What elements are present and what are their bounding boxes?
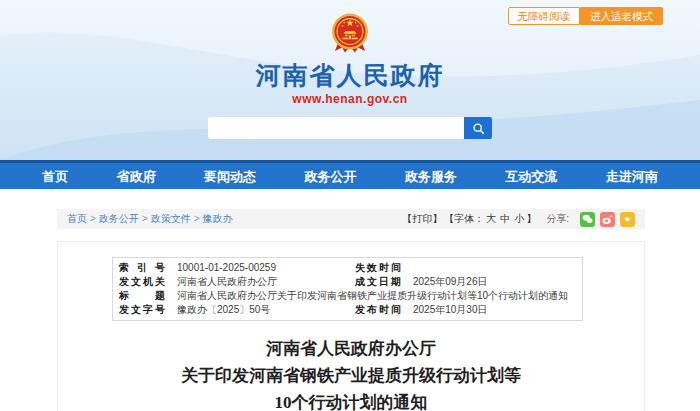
document-title: 河南省人民政府办公厅 关于印发河南省钢铁产业提质升级行动计划等 10个行动计划的…: [58, 335, 644, 411]
font-size-prefix: 【字体：: [444, 213, 484, 224]
nav-item-home[interactable]: 首页: [42, 162, 68, 191]
breadcrumb-government-affairs[interactable]: 政务公开: [99, 213, 139, 224]
breadcrumb-policy-documents[interactable]: 政策文件: [151, 213, 191, 224]
font-size-control: 【字体：大中小】: [444, 212, 536, 226]
document-container: 索引号 10001-01-2025-00259 失效时间 发文机关 河南省人民政…: [57, 241, 645, 411]
search-icon: [472, 122, 485, 135]
meta-value-document-number: 豫政办〔2025〕50号: [177, 303, 270, 317]
font-size-medium-button[interactable]: 中: [500, 213, 510, 224]
font-size-suffix: 】: [526, 213, 536, 224]
meta-value-publish-date: 2025年10月30日: [413, 303, 488, 317]
meta-label-index-number: 索引号: [119, 261, 165, 275]
document-title-line-2: 关于印发河南省钢铁产业提质升级行动计划等: [58, 362, 644, 389]
weibo-share-icon[interactable]: [600, 212, 615, 227]
breadcrumb-toolbar-strip: 首页>政务公开>政策文件>豫政办 【打印】 【字体：大中小】 分享: ★: [57, 209, 645, 229]
meta-row-index: 索引号 10001-01-2025-00259 失效时间: [113, 261, 582, 275]
nav-item-about-henan[interactable]: 走进河南: [606, 162, 658, 191]
nav-item-provincial-government[interactable]: 省政府: [117, 162, 156, 191]
accessibility-reading-button[interactable]: 无障碍阅读: [508, 7, 581, 25]
share-label: 分享:: [546, 212, 569, 226]
favorite-star-icon[interactable]: ★: [620, 212, 635, 227]
meta-label-expiry-date: 失效时间: [355, 261, 401, 275]
search-input[interactable]: [208, 117, 464, 139]
breadcrumb-separator: >: [90, 213, 96, 224]
document-title-line-3: 10个行动计划的通知: [58, 389, 644, 411]
national-emblem-logo: [327, 10, 373, 56]
site-header: 无障碍阅读 进入适老模式 河南省人民政府 www.henan.gov.cn: [0, 0, 700, 160]
meta-label-written-date: 成文日期: [355, 275, 401, 289]
page-tools: 【打印】 【字体：大中小】 分享: ★: [402, 212, 635, 227]
document-meta-table: 索引号 10001-01-2025-00259 失效时间 发文机关 河南省人民政…: [112, 257, 583, 321]
breadcrumb-separator: >: [142, 213, 148, 224]
document-title-line-1: 河南省人民政府办公厅: [58, 335, 644, 362]
elder-mode-button[interactable]: 进入适老模式: [580, 7, 663, 25]
site-title: 河南省人民政府: [0, 61, 700, 89]
breadcrumb-home[interactable]: 首页: [67, 213, 87, 224]
search-button[interactable]: [464, 117, 492, 139]
breadcrumb-yuzhengban[interactable]: 豫政办: [203, 213, 233, 224]
print-button[interactable]: 【打印】: [402, 212, 442, 226]
nav-item-news[interactable]: 要闻动态: [204, 162, 256, 191]
nav-item-interaction[interactable]: 互动交流: [505, 162, 557, 191]
meta-row-title: 标题 河南省人民政府办公厅关于印发河南省钢铁产业提质升级行动计划等10个行动计划…: [113, 289, 582, 303]
meta-label-document-number: 发文字号: [119, 303, 165, 317]
meta-label-title: 标题: [119, 289, 165, 303]
font-size-small-button[interactable]: 小: [514, 213, 524, 224]
meta-row-issuing-agency: 发文机关 河南省人民政府办公厅 成文日期 2025年09月26日: [113, 275, 582, 289]
nav-item-services[interactable]: 政务服务: [405, 162, 457, 191]
meta-value-title: 河南省人民政府办公厅关于印发河南省钢铁产业提质升级行动计划等10个行动计划的通知: [177, 289, 568, 303]
meta-value-index-number: 10001-01-2025-00259: [177, 261, 276, 275]
breadcrumb-separator: >: [194, 213, 200, 224]
font-size-large-button[interactable]: 大: [486, 213, 496, 224]
meta-value-issuing-agency: 河南省人民政府办公厅: [177, 275, 277, 289]
main-content: 首页>政务公开>政策文件>豫政办 【打印】 【字体：大中小】 分享: ★: [0, 209, 700, 411]
search-bar: [208, 117, 492, 139]
breadcrumb: 首页>政务公开>政策文件>豫政办: [67, 212, 233, 226]
meta-value-written-date: 2025年09月26日: [413, 275, 488, 289]
nav-item-government-affairs[interactable]: 政务公开: [304, 162, 356, 191]
accessibility-toolbar: 无障碍阅读 进入适老模式: [508, 7, 664, 25]
wechat-share-icon[interactable]: [580, 212, 595, 227]
site-url: www.henan.gov.cn: [0, 92, 700, 106]
main-navigation: 首页 省政府 要闻动态 政务公开 政务服务 互动交流 走进河南: [0, 160, 700, 189]
meta-label-issuing-agency: 发文机关: [119, 275, 165, 289]
meta-label-publish-date: 发布时间: [355, 303, 401, 317]
meta-row-document-number: 发文字号 豫政办〔2025〕50号 发布时间 2025年10月30日: [113, 303, 582, 317]
